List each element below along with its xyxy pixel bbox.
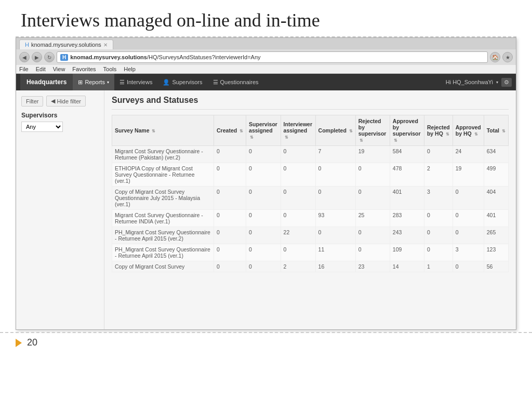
table-scroll-wrapper[interactable]: Survey Name ⇅ Created ⇅ Supervisorassign… [112,115,509,272]
cell-completed: 0 [315,163,355,187]
cell-approved_by_supervisor[interactable]: 243 [390,227,424,244]
cell-approved_by_hq[interactable]: 24 [453,146,484,163]
cell-completed: 0 [315,187,355,210]
cell-interviewer_assigned: 0 [281,146,315,163]
browser-tab[interactable]: H knomad.mysurvey.solutions ✕ [19,39,113,49]
address-bar[interactable]: H knomad.mysurvey.solutions/HQ/SurveysAn… [57,51,488,63]
nav-questionnaires[interactable]: ☰ Questionnaires [208,74,264,90]
supervisors-select[interactable]: Any [21,122,63,132]
th-approved-sup[interactable]: Approvedbysupervisor ⇅ [390,115,424,146]
user-greeting: Hi HQ_SoonhwaYi [446,79,493,85]
menu-help[interactable]: Help [124,66,136,72]
cell-rejected_by_supervisor: 0 [355,163,390,187]
reports-icon: ⊞ [78,79,83,86]
cell-completed[interactable]: 16 [315,261,355,272]
th-created[interactable]: Created ⇅ [214,115,246,146]
cell-created: 0 [214,210,246,227]
forward-button[interactable]: ▶ [32,52,42,62]
cell-approved_by_hq: 0 [453,227,484,244]
cell-name[interactable]: Migrant Cost Survey Questionnaire - Retu… [112,146,214,163]
cell-approved_by_supervisor[interactable]: 401 [390,187,424,210]
cell-total[interactable]: 265 [484,227,508,244]
menu-favorites[interactable]: Favorites [72,66,96,72]
cell-approved_by_hq[interactable]: 3 [453,244,484,261]
cell-approved_by_supervisor[interactable]: 109 [390,244,424,261]
cell-total[interactable]: 123 [484,244,508,261]
cell-approved_by_supervisor[interactable]: 283 [390,210,424,227]
menu-tools[interactable]: Tools [103,66,117,72]
main-area: Surveys and Statuses Survey Name ⇅ Creat… [104,90,516,329]
browser-window: H knomad.mysurvey.solutions ✕ ◀ ▶ ↻ H kn… [16,37,516,330]
cell-completed[interactable]: 11 [315,244,355,261]
nav-interviews[interactable]: ☰ Interviews [114,74,158,90]
slide-footer: 20 [0,332,532,352]
cell-name: PH_Migrant Cost Survey Questionnaire - R… [112,244,214,261]
cell-interviewer_assigned[interactable]: 22 [281,227,315,244]
cell-approved_by_hq: 19 [453,163,484,187]
cell-approved_by_supervisor[interactable]: 14 [390,261,424,272]
cell-rejected_by_supervisor[interactable]: 23 [355,261,390,272]
refresh-button[interactable]: ↻ [44,52,55,62]
th-completed[interactable]: Completed ⇅ [315,115,355,146]
cell-rejected_by_supervisor[interactable]: 25 [355,210,390,227]
menu-file[interactable]: File [19,66,29,72]
th-survey-name[interactable]: Survey Name ⇅ [112,115,214,146]
th-rejected-sup[interactable]: Rejected bysupervisor ⇅ [355,115,390,146]
cell-interviewer_assigned[interactable]: 2 [281,261,315,272]
th-interviewer-assigned[interactable]: Interviewerassigned ⇅ [281,115,315,146]
cell-created: 0 [214,227,246,244]
filter-button[interactable]: Filter [21,96,43,107]
cell-supervisor_assigned: 0 [246,210,281,227]
header-row: Survey Name ⇅ Created ⇅ Supervisorassign… [112,115,509,146]
app-content: Filter ◀ Hide filter Supervisors Any Sur… [16,90,516,329]
sort-icon-name: ⇅ [152,129,155,134]
table-row: PH_Migrant Cost Survey Questionnaire - R… [112,244,509,261]
cell-rejected_by_hq: 0 [424,244,453,261]
th-supervisor-assigned[interactable]: Supervisorassigned ⇅ [246,115,281,146]
cell-created: 0 [214,244,246,261]
cell-name: PH_Migrant Cost Survey Questionnaire - R… [112,227,214,244]
th-rejected-hq[interactable]: Rejectedby HQ ⇅ [424,115,453,146]
th-total[interactable]: Total ⇅ [484,115,508,146]
cell-supervisor_assigned: 0 [246,163,281,187]
sort-icon-rej-sup: ⇅ [360,138,363,143]
cell-total[interactable]: 401 [484,210,508,227]
cell-supervisor_assigned: 0 [246,261,281,272]
star-button[interactable]: ★ [502,52,513,62]
cell-total[interactable]: 404 [484,187,508,210]
cell-total[interactable]: 56 [484,261,508,272]
slide-number: 20 [27,337,37,348]
reports-dropdown-icon: ▾ [107,80,109,85]
back-button[interactable]: ◀ [19,52,30,62]
cell-rejected_by_supervisor: 0 [355,227,390,244]
tab-close-icon[interactable]: ✕ [103,42,108,48]
divider [112,109,509,110]
tab-label: knomad.mysurvey.solutions [31,42,101,48]
cell-rejected_by_hq: 0 [424,227,453,244]
menu-view[interactable]: View [53,66,65,72]
menu-edit[interactable]: Edit [36,66,46,72]
cell-completed[interactable]: 93 [315,210,355,227]
nav-reports[interactable]: ⊞ Reports ▾ [73,74,114,90]
cell-approved_by_supervisor[interactable]: 584 [390,146,424,163]
browser-toolbar: ◀ ▶ ↻ H knomad.mysurvey.solutions/HQ/Sur… [16,49,516,65]
user-menu-icon[interactable]: ▾ [496,80,498,85]
hide-filter-button[interactable]: ◀ Hide filter [46,96,85,107]
slide-title: Interviews managed on-line and in-time [0,0,532,36]
cell-total[interactable]: 499 [484,163,508,187]
th-approved-hq[interactable]: Approvedby HQ ⇅ [453,115,484,146]
hide-filter-label: Hide filter [57,98,81,104]
sort-icon-rej-hq: ⇅ [446,132,449,137]
cell-interviewer_assigned: 0 [281,210,315,227]
settings-icon[interactable]: ⚙ [501,78,512,87]
cell-approved_by_supervisor[interactable]: 478 [390,163,424,187]
url-domain: knomad.mysurvey.solutions [70,54,147,60]
nav-supervisors[interactable]: 👤 Supervisors [157,74,207,90]
reports-label: Reports [85,79,105,85]
cell-name: ETHIOPIA Copy of Migrant Cost Survey Que… [112,163,214,187]
home-button[interactable]: 🏠 [490,52,500,62]
supervisors-label: Supervisors [172,79,202,85]
cell-total[interactable]: 634 [484,146,508,163]
cell-interviewer_assigned: 0 [281,163,315,187]
table-header: Survey Name ⇅ Created ⇅ Supervisorassign… [112,115,509,146]
